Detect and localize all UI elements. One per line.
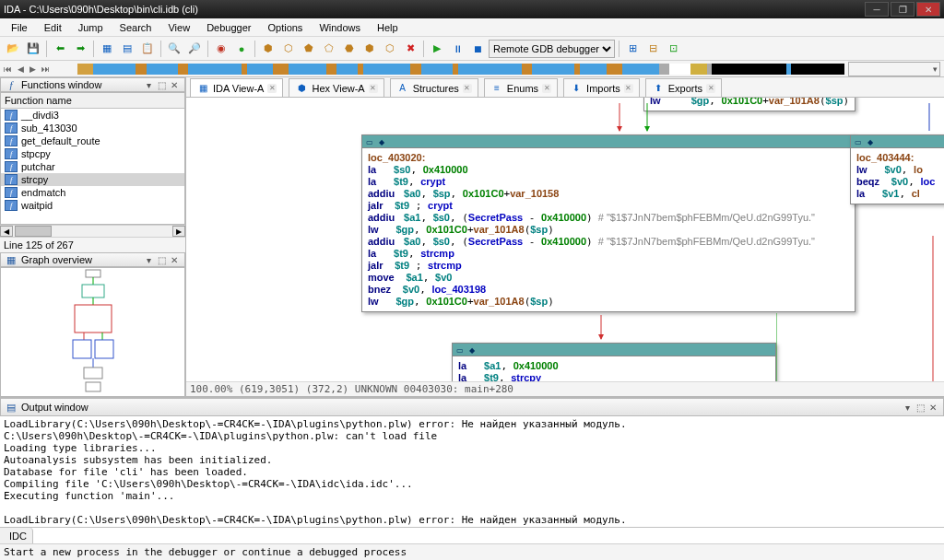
tab-exports[interactable]: ⬆Exports✕ — [645, 78, 722, 97]
ida-view-canvas[interactable]: lw $gp, 0x101C0+var_101A8($sp) ▭◆ loc_40… — [186, 98, 944, 396]
nav-last-icon[interactable]: ⏭ — [41, 64, 50, 74]
node-breakpoint-icon[interactable]: ◆ — [867, 138, 877, 146]
tab-label: Imports — [586, 83, 620, 94]
tab-imports[interactable]: ⬇Imports✕ — [563, 78, 640, 97]
struct-icon[interactable]: ⬣ — [340, 40, 359, 58]
function-name: strcpy — [21, 174, 48, 185]
menu-jump[interactable]: Jump — [71, 20, 111, 35]
node-collapse-icon[interactable]: ▭ — [456, 346, 466, 354]
tab-enums[interactable]: ≡Enums✕ — [484, 78, 558, 97]
idc-input[interactable] — [33, 528, 944, 543]
tab-close-icon[interactable]: ✕ — [463, 84, 472, 93]
tag-icon[interactable]: ◉ — [212, 40, 230, 58]
maximize-button[interactable]: ❐ — [891, 2, 914, 17]
menu-help[interactable]: Help — [370, 20, 406, 35]
menu-edit[interactable]: Edit — [37, 20, 69, 35]
menu-view[interactable]: View — [160, 20, 197, 35]
tool-icon[interactable]: ▦ — [98, 40, 116, 58]
graph-node-right[interactable]: ▭◆ loc_403444: lw $v0, lo beqz $v0, loc … — [850, 134, 944, 204]
graph-node-main[interactable]: ▭◆ loc_403020: la $s0, 0x410000 la $t9, … — [361, 134, 856, 312]
menu-file[interactable]: File — [4, 20, 35, 35]
tab-close-icon[interactable]: ✕ — [542, 84, 551, 93]
function-row[interactable]: fget_default_route — [1, 134, 184, 147]
close-button[interactable]: ✕ — [916, 2, 940, 17]
panel-menu-icon[interactable]: ▾ — [142, 253, 155, 266]
tool-icon[interactable]: 📋 — [138, 40, 157, 58]
open-icon[interactable]: 📂 — [4, 40, 22, 58]
struct-icon[interactable]: ⬡ — [381, 40, 399, 58]
nav-next-icon[interactable]: ▶ — [30, 64, 36, 74]
function-row[interactable]: fwaitpid — [1, 199, 184, 212]
save-icon[interactable]: 💾 — [24, 40, 42, 58]
output-input-label: IDC — [0, 528, 33, 543]
struct-icon[interactable]: ⬢ — [259, 40, 277, 58]
output-text[interactable]: LoadLibrary(C:\Users\090h\Desktop\-=CR4C… — [0, 416, 944, 527]
back-icon[interactable]: ⬅ — [51, 40, 69, 58]
node-breakpoint-icon[interactable]: ◆ — [469, 346, 478, 354]
function-row[interactable]: fsub_413030 — [1, 122, 184, 134]
menu-search[interactable]: Search — [112, 20, 159, 35]
function-row[interactable]: fstpcpy — [1, 147, 184, 160]
graph-overview-title: Graph overview — [21, 254, 142, 265]
functions-list[interactable]: Function name f__divdi3fsub_413030fget_d… — [0, 92, 185, 225]
panel-menu-icon[interactable]: ▾ — [901, 401, 914, 414]
functions-h-scrollbar[interactable]: ◀▶ — [0, 225, 185, 237]
search-text-icon[interactable]: 🔍 — [165, 40, 183, 58]
node-collapse-icon[interactable]: ▭ — [366, 138, 375, 146]
function-icon: f — [5, 187, 18, 198]
node-breakpoint-icon[interactable]: ◆ — [379, 138, 388, 146]
nav-color-strip[interactable] — [77, 64, 844, 75]
menu-options[interactable]: Options — [260, 20, 310, 35]
graph-node[interactable]: lw $gp, 0x101C0+var_101A8($sp) — [643, 98, 856, 111]
debugger-selector[interactable]: Remote GDB debugger — [489, 40, 615, 58]
window-icon[interactable]: ⊟ — [643, 40, 662, 58]
run-icon[interactable]: ▶ — [428, 40, 446, 58]
tab-ida-view-a[interactable]: ▦IDA View-A✕ — [190, 78, 283, 97]
node-collapse-icon[interactable]: ▭ — [855, 138, 864, 146]
tab-close-icon[interactable]: ✕ — [624, 84, 633, 93]
minimize-button[interactable]: ─ — [865, 2, 889, 17]
function-row[interactable]: fstrcpy — [1, 173, 184, 186]
functions-column-header[interactable]: Function name — [1, 93, 184, 109]
search-bin-icon[interactable]: 🔎 — [185, 40, 204, 58]
menu-debugger[interactable]: Debugger — [199, 20, 258, 35]
navigation-strip: ⏮ ◀ ▶ ⏭ ▾ — [0, 61, 944, 77]
panel-menu-icon[interactable]: ▾ — [142, 78, 155, 91]
panel-pin-icon[interactable]: ⬚ — [155, 253, 168, 266]
function-row[interactable]: f__divdi3 — [1, 109, 184, 122]
tab-hex-view-a[interactable]: ⬢Hex View-A✕ — [289, 78, 384, 97]
graph-overview-canvas[interactable] — [0, 267, 185, 396]
menu-windows[interactable]: Windows — [312, 20, 368, 35]
panel-close-icon[interactable]: ✕ — [168, 253, 181, 266]
nav-first-icon[interactable]: ⏮ — [4, 64, 12, 74]
function-row[interactable]: fputchar — [1, 160, 184, 173]
nav-prev-icon[interactable]: ◀ — [18, 64, 24, 74]
pause-icon[interactable]: ⏸ — [448, 40, 466, 58]
window-icon[interactable]: ⊡ — [664, 40, 682, 58]
tab-close-icon[interactable]: ✕ — [267, 84, 277, 93]
nav-zoom-combo[interactable]: ▾ — [848, 62, 940, 76]
panel-close-icon[interactable]: ✕ — [926, 401, 939, 414]
panel-pin-icon[interactable]: ⬚ — [155, 78, 168, 91]
function-icon: f — [5, 148, 18, 159]
svg-rect-0 — [86, 270, 100, 277]
tab-structures[interactable]: AStructures✕ — [390, 78, 478, 97]
panel-pin-icon[interactable]: ⬚ — [914, 401, 926, 414]
window-icon[interactable]: ⊞ — [623, 40, 642, 58]
struct-icon[interactable]: ⬢ — [360, 40, 379, 58]
function-name: stpcpy — [21, 148, 51, 159]
struct-icon[interactable]: ⬡ — [279, 40, 298, 58]
tool-icon[interactable]: ▤ — [118, 40, 136, 58]
tab-close-icon[interactable]: ✕ — [706, 84, 715, 93]
struct-icon[interactable]: ⬟ — [300, 40, 318, 58]
forward-icon[interactable]: ➡ — [71, 40, 89, 58]
function-name: __divdi3 — [21, 110, 59, 121]
delete-icon[interactable]: ✖ — [401, 40, 419, 58]
panel-close-icon[interactable]: ✕ — [168, 78, 181, 91]
tab-close-icon[interactable]: ✕ — [369, 84, 378, 93]
stop-icon[interactable]: ⏹ — [468, 40, 487, 58]
mark-icon[interactable]: ● — [232, 40, 251, 58]
svg-rect-7 — [73, 340, 91, 358]
function-row[interactable]: fendmatch — [1, 186, 184, 199]
struct-icon[interactable]: ⬠ — [320, 40, 338, 58]
